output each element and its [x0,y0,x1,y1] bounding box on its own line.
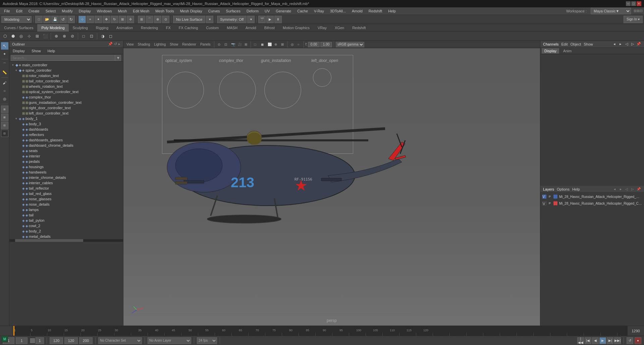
vp-icon2[interactable]: ⊡ [223,42,229,48]
tree-item-complex-thor[interactable]: ▸ ◈ ◈ complex_thor [9,94,123,100]
live-surface-label[interactable]: No Live Surface [173,16,205,23]
wireframe[interactable]: ◻ [107,32,114,40]
vp-focal-input[interactable] [320,42,332,47]
menu-edit-mesh[interactable]: Edit Mesh [130,8,152,14]
tab-curves-surfaces[interactable]: Curves / Surfaces [0,24,37,31]
timeline-ruler[interactable]: 1 5 10 15 20 25 30 35 40 45 50 55 60 65 … [0,326,644,336]
tab-poly-modeling[interactable]: Poly Modeling [37,24,68,31]
minimize-button[interactable]: ─ [626,1,631,6]
layer-visibility-contro[interactable]: V [542,201,546,205]
layer-icon5[interactable]: 📌 [636,187,641,192]
timeline-track[interactable]: 1 5 10 15 20 25 30 35 40 45 50 55 60 65 … [13,326,627,336]
sculpt-brush[interactable]: 🖌 [1,79,8,86]
outliner-collapse[interactable]: ▸ [118,42,120,46]
menu-surfaces[interactable]: Surfaces [223,8,243,14]
tab-motion-graphics[interactable]: Motion Graphics [279,24,314,31]
menu-3dtoall[interactable]: 3DToAll... [327,8,348,14]
current-frame-input2[interactable] [16,337,28,344]
vp-shading-menu[interactable]: Shading [136,42,152,48]
menu-deform[interactable]: Deform [244,8,261,14]
ipr-btn[interactable]: ⏸ [274,16,282,23]
display-tab[interactable]: Display [542,48,559,54]
loop-btn[interactable]: ↺ [627,337,633,344]
tree-item-reflectors[interactable]: ▸ ◈ ◈ reflectors [9,132,123,137]
snap-point[interactable]: ⊕ [154,16,161,23]
sculpt-smooth[interactable]: ○ [1,87,8,94]
mesh-separate[interactable]: ⊗ [61,32,68,40]
tree-item-optical-system[interactable]: ▸ ⊞ ⊞ optical_system_controller_text [9,89,123,94]
tab-rigging[interactable]: Rigging [92,24,112,31]
tree-item-rotor-rotation[interactable]: ▸ ⊞ ⊞ rotor_rotation_text [9,73,123,78]
options-tab[interactable]: Options [557,187,570,191]
select-edge[interactable]: ⊞ [34,32,41,40]
tree-item-tail-pylon[interactable]: ▸ ◈ ◈ tail_pylon [9,218,123,223]
vp-fstop-input[interactable] [308,42,320,47]
tab-mash[interactable]: MASH [223,24,241,31]
vp-renderer-menu[interactable]: Renderer [180,42,198,48]
menu-cache[interactable]: Cache [294,8,311,14]
rotate-tool[interactable]: ↻ [111,16,118,23]
layout-btn4[interactable]: ⊡ [1,130,8,137]
tab-fx[interactable]: FX [162,24,175,31]
tree-item-nose-glasses[interactable]: ▸ ◈ ◈ nose_glasses [9,196,123,202]
move-tool[interactable]: ✥ [103,16,110,23]
layout-btn2[interactable]: ⊠ [1,114,8,121]
menu-mesh-tools[interactable]: Mesh Tools [153,8,176,14]
tab-rendering[interactable]: Rendering [137,24,162,31]
universal-tool[interactable]: ✢ [127,16,134,23]
layer-icon3[interactable]: ◁ [624,187,629,192]
tree-item-body3[interactable]: ▸ ◈ ◈ body_3 [9,121,123,127]
curve-tool[interactable]: ⌒ [1,61,8,68]
vp-view-menu[interactable]: View [125,42,136,48]
maximize-button[interactable]: □ [631,1,636,6]
channels-tab[interactable]: Channels [543,42,558,46]
anim-tab[interactable]: Anim [560,48,574,54]
lasso-tool[interactable]: ⌖ [87,16,94,23]
layer-p-contro[interactable]: P [548,202,552,205]
vp-display-bounding[interactable]: ⊠ [279,42,285,48]
vp-lighting-menu[interactable]: Lighting [152,42,167,48]
tab-fx-caching[interactable]: FX Caching [175,24,202,31]
tree-item-dash-chrome[interactable]: ▸ ◈ ◈ dashboard_chrome_details [9,143,123,148]
menu-select[interactable]: Select [43,8,59,14]
select-face[interactable]: ⬛ [42,32,49,40]
vp-show-menu[interactable]: Show [168,42,180,48]
rp-icon2[interactable]: ▸ [618,42,623,47]
tab-sculpting[interactable]: Sculpting [69,24,92,31]
tree-item-interier-cables[interactable]: ▸ ◈ ◈ interier_cables [9,180,123,186]
tab-redshift[interactable]: Redshift [348,24,370,31]
snap-curve[interactable]: ⌒ [146,16,153,23]
fps-select[interactable]: 24 fps [197,337,217,344]
range-start-input[interactable] [50,337,63,344]
play-back-btn[interactable]: ◀ [592,337,599,344]
measure-tool[interactable]: 📏 [1,69,8,76]
object-tab[interactable]: Object [570,42,581,46]
search-input[interactable] [11,55,115,61]
tree-item-body1[interactable]: ▾ ◈ ◈ body_1 [9,116,123,121]
vp-icon4[interactable]: 🎥 [236,42,242,48]
undo-button[interactable]: ↺ [59,16,67,23]
tree-item-seats[interactable]: ▸ ◈ ◈ seats [9,148,123,153]
tab-custom[interactable]: Custom [202,24,223,31]
select-tool[interactable]: ⊹ [78,16,86,23]
outliner-display-menu[interactable]: Display [11,49,27,53]
menu-create[interactable]: Create [26,8,42,14]
smooth-shade[interactable]: ◑ [99,32,106,40]
layers-tab[interactable]: Layers [543,187,554,191]
tab-vray[interactable]: VRay [314,24,331,31]
outliner-show-menu[interactable]: Show [30,49,43,53]
range-end-input[interactable] [64,337,78,344]
close-button[interactable]: ✕ [637,1,641,6]
snap-grid[interactable]: ⊞ [138,16,145,23]
mode-selector[interactable]: Modeling [1,16,32,23]
tree-item-guns[interactable]: ▸ ⊞ ⊞ guns_installation_controller_text [9,100,123,105]
outliner-refresh[interactable]: ↺ [114,42,117,46]
layer-icon1[interactable]: ◂ [612,187,617,192]
mesh-fill[interactable]: ⊘ [69,32,76,40]
vp-xray[interactable]: ○ [296,42,302,48]
vp-display-type[interactable]: □ [253,42,259,48]
play-fwd-btn[interactable]: ▶ [599,337,606,344]
tree-item-left-door[interactable]: ▸ ⊞ ⊞ left_door_controller_text [9,111,123,116]
tree-item-tail[interactable]: ▸ ◈ ◈ tail [9,212,123,218]
search-dropdown[interactable]: ▾ [115,55,121,61]
